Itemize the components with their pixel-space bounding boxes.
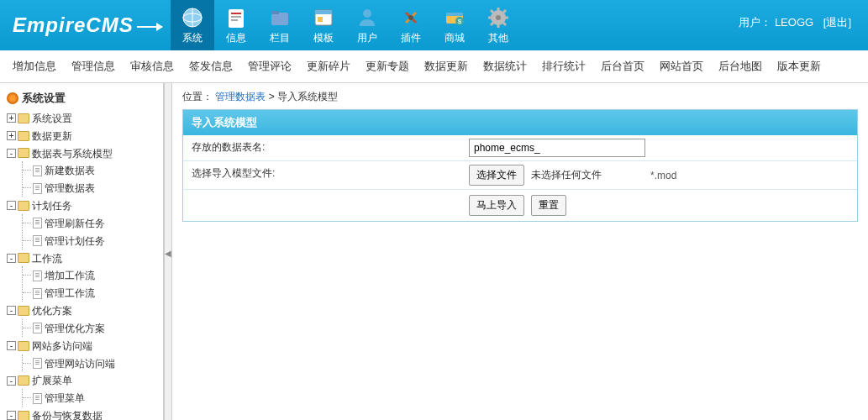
tree-toggle-icon[interactable]: - xyxy=(7,411,16,420)
form-panel: 导入系统模型 存放的数据表名: 选择导入模型文件: 选择文件 未选择任何文件 *… xyxy=(182,109,858,222)
subnav-增加信息[interactable]: 增加信息 xyxy=(13,59,56,74)
topnav-item-用户[interactable]: 用户 xyxy=(345,0,389,50)
tree-node: 管理工作流 xyxy=(23,284,163,302)
topnav-item-其他[interactable]: 其他 xyxy=(476,0,520,50)
svg-line-25 xyxy=(503,23,506,25)
tree-toggle-icon[interactable]: - xyxy=(7,149,16,158)
choose-file-button[interactable]: 选择文件 xyxy=(469,165,524,186)
folder-icon xyxy=(18,306,29,316)
tree-label[interactable]: 优化方案 xyxy=(32,305,72,317)
logo: EmpireCMS xyxy=(0,13,162,37)
tree-toggle-icon[interactable]: - xyxy=(7,306,16,315)
topnav-item-商城[interactable]: $商城 xyxy=(433,0,476,50)
tree-toggle-icon[interactable]: + xyxy=(7,131,16,140)
subnav-数据统计[interactable]: 数据统计 xyxy=(483,59,527,74)
tree-label[interactable]: 扩展菜单 xyxy=(32,375,72,386)
table-name-label: 存放的数据表名: xyxy=(183,135,460,160)
svg-rect-6 xyxy=(231,19,238,21)
subnav-更新专题[interactable]: 更新专题 xyxy=(366,59,409,74)
tree-label[interactable]: 管理网站访问端 xyxy=(45,357,115,369)
tree-node: -计划任务管理刷新任务管理计划任务 xyxy=(7,197,163,249)
tree-label[interactable]: 新建数据表 xyxy=(45,165,95,176)
tree-label[interactable]: 数据表与系统模型 xyxy=(32,147,113,159)
subnav-管理信息[interactable]: 管理信息 xyxy=(71,59,115,74)
subnav-签发信息[interactable]: 签发信息 xyxy=(189,59,233,74)
header: EmpireCMS 系统信息栏目模板用户插件$商城其他 用户： LEOGG [退… xyxy=(0,0,868,50)
sub-nav: 增加信息管理信息审核信息签发信息管理评论更新碎片更新专题数据更新数据统计排行统计… xyxy=(0,50,868,83)
subnav-后台地图[interactable]: 后台地图 xyxy=(718,59,762,74)
topnav-item-栏目[interactable]: 栏目 xyxy=(258,0,302,50)
tree-label[interactable]: 网站多访问端 xyxy=(32,340,92,352)
svg-rect-7 xyxy=(271,13,288,25)
panel-title: 导入系统模型 xyxy=(183,110,857,135)
topnav-icon xyxy=(268,6,292,29)
folder-icon xyxy=(18,113,29,123)
file-icon xyxy=(33,218,42,228)
tree-node: 管理刷新任务 xyxy=(23,214,163,232)
main-content: 位置： 管理数据表 > 导入系统模型 导入系统模型 存放的数据表名: 选择导入模… xyxy=(172,83,868,420)
tree-node: -网站多访问端管理网站访问端 xyxy=(7,337,163,372)
tree-label[interactable]: 管理数据表 xyxy=(45,182,95,194)
splitter[interactable]: ◀ xyxy=(164,83,172,420)
tree-toggle-icon[interactable]: + xyxy=(7,113,16,123)
tree-label[interactable]: 工作流 xyxy=(32,252,62,264)
svg-point-13 xyxy=(408,15,413,20)
folder-icon xyxy=(18,148,29,158)
folder-icon xyxy=(18,131,29,141)
sidebar-title: 系统设置 xyxy=(0,87,163,109)
file-extension-note: *.mod xyxy=(650,170,676,181)
tree-label[interactable]: 增加工作流 xyxy=(45,270,95,281)
subnav-管理评论[interactable]: 管理评论 xyxy=(248,59,292,74)
tree-label[interactable]: 管理优化方案 xyxy=(45,323,105,334)
breadcrumb-link[interactable]: 管理数据表 xyxy=(215,91,266,102)
user-label: 用户： xyxy=(739,16,771,29)
subnav-网站首页[interactable]: 网站首页 xyxy=(660,59,703,74)
file-icon xyxy=(33,323,42,333)
tree-node: 管理优化方案 xyxy=(23,319,163,337)
tree-label[interactable]: 管理计划任务 xyxy=(45,235,105,247)
topnav-item-信息[interactable]: 信息 xyxy=(214,0,258,50)
subnav-审核信息[interactable]: 审核信息 xyxy=(130,59,174,74)
tree-toggle-icon[interactable]: - xyxy=(7,341,16,350)
tree-label[interactable]: 数据更新 xyxy=(32,130,72,142)
file-icon xyxy=(33,288,42,299)
topnav-icon xyxy=(181,6,204,29)
tree-node: +系统设置 xyxy=(7,109,163,127)
file-icon xyxy=(33,358,42,369)
table-name-input[interactable] xyxy=(469,139,645,157)
svg-point-19 xyxy=(496,15,501,20)
subnav-更新碎片[interactable]: 更新碎片 xyxy=(307,59,350,74)
subnav-排行统计[interactable]: 排行统计 xyxy=(542,59,586,74)
tree-label[interactable]: 备份与恢复数据 xyxy=(32,410,103,420)
svg-point-12 xyxy=(363,9,371,18)
topnav-icon: $ xyxy=(443,6,466,29)
tree-toggle-icon[interactable]: - xyxy=(7,201,16,210)
tree-node: -工作流增加工作流管理工作流 xyxy=(7,249,163,302)
topnav-item-模板[interactable]: 模板 xyxy=(302,0,345,50)
svg-line-26 xyxy=(491,23,493,25)
svg-rect-8 xyxy=(271,11,279,14)
tree-node: -扩展菜单管理菜单 xyxy=(7,371,163,407)
topnav-item-系统[interactable]: 系统 xyxy=(171,0,214,50)
logout-link[interactable]: [退出] xyxy=(823,16,851,29)
tree-label[interactable]: 管理工作流 xyxy=(45,287,95,299)
topnav-item-插件[interactable]: 插件 xyxy=(389,0,433,50)
subnav-数据更新[interactable]: 数据更新 xyxy=(424,59,468,74)
tree-toggle-icon[interactable]: - xyxy=(7,376,16,386)
subnav-版本更新[interactable]: 版本更新 xyxy=(777,59,821,74)
topnav-icon xyxy=(355,6,379,29)
reset-button[interactable]: 重置 xyxy=(531,195,566,216)
breadcrumb-current: 导入系统模型 xyxy=(277,91,338,102)
svg-rect-4 xyxy=(231,13,241,14)
folder-icon xyxy=(18,411,29,420)
file-icon xyxy=(33,235,42,246)
submit-button[interactable]: 马上导入 xyxy=(469,195,524,216)
subnav-后台首页[interactable]: 后台首页 xyxy=(601,59,644,74)
tree-label[interactable]: 计划任务 xyxy=(32,200,72,212)
folder-icon xyxy=(18,201,29,211)
user-area: 用户： LEOGG [退出] xyxy=(739,15,851,30)
tree-label[interactable]: 系统设置 xyxy=(32,113,72,124)
tree-label[interactable]: 管理刷新任务 xyxy=(45,218,105,229)
tree-toggle-icon[interactable]: - xyxy=(7,254,16,263)
tree-label[interactable]: 管理菜单 xyxy=(45,392,85,404)
